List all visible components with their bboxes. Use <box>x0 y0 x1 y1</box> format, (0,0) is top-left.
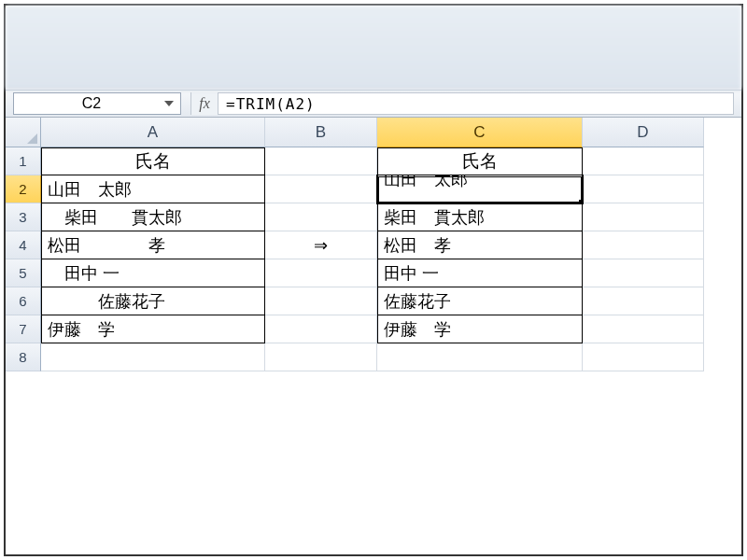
cell-C7[interactable]: 伊藤 学 <box>377 315 583 343</box>
row-header-2[interactable]: 2 <box>6 175 41 203</box>
cell-B2[interactable] <box>265 175 377 203</box>
row-header-8[interactable]: 8 <box>6 343 41 371</box>
row-header-4[interactable]: 4 <box>6 231 41 259</box>
chevron-down-icon[interactable] <box>163 98 175 109</box>
cell-A1[interactable]: 氏名 <box>41 147 265 175</box>
cell-C8[interactable] <box>377 343 583 371</box>
cell-D6[interactable] <box>583 287 704 315</box>
cell-B4[interactable]: ⇒ <box>265 231 377 259</box>
cell-C3[interactable]: 柴田 貫太郎 <box>377 203 583 231</box>
cell-C4[interactable]: 松田 孝 <box>377 231 583 259</box>
cell-C1[interactable]: 氏名 <box>377 147 583 175</box>
row-header-1[interactable]: 1 <box>6 147 41 175</box>
cell-A7[interactable]: 伊藤 学 <box>41 315 265 343</box>
cell-A8[interactable] <box>41 343 265 371</box>
cell-A5[interactable]: 田中 一 <box>41 259 265 287</box>
cell-B7[interactable] <box>265 315 377 343</box>
cell-A4[interactable]: 松田 孝 <box>41 231 265 259</box>
cell-D8[interactable] <box>583 343 704 371</box>
cell-D7[interactable] <box>583 315 704 343</box>
name-box[interactable]: C2 <box>13 92 181 115</box>
row-header-3[interactable]: 3 <box>6 203 41 231</box>
col-header-B[interactable]: B <box>265 118 377 147</box>
fill-handle[interactable] <box>579 200 583 203</box>
formula-input[interactable]: =TRIM(A2) <box>218 92 734 115</box>
row-header-5[interactable]: 5 <box>6 259 41 287</box>
cell-C2[interactable]: 山田 太郎 <box>377 175 583 203</box>
col-header-D[interactable]: D <box>583 118 704 147</box>
cell-C6[interactable]: 佐藤花子 <box>377 287 583 315</box>
cell-D5[interactable] <box>583 259 704 287</box>
formula-bar: C2 fx =TRIM(A2) <box>6 90 741 118</box>
cell-D4[interactable] <box>583 231 704 259</box>
cell-B3[interactable] <box>265 203 377 231</box>
cell-D2[interactable] <box>583 175 704 203</box>
cell-A3[interactable]: 柴田 貫太郎 <box>41 203 265 231</box>
cell-A6[interactable]: 佐藤花子 <box>41 287 265 315</box>
col-header-C[interactable]: C <box>377 118 583 147</box>
cell-B6[interactable] <box>265 287 377 315</box>
cell-A2[interactable]: 山田 太郎 <box>41 175 265 203</box>
cell-B8[interactable] <box>265 343 377 371</box>
ribbon-area <box>6 6 741 90</box>
cell-B5[interactable] <box>265 259 377 287</box>
select-all-corner[interactable] <box>6 118 41 147</box>
cell-B1[interactable] <box>265 147 377 175</box>
col-header-A[interactable]: A <box>41 118 265 147</box>
row-header-6[interactable]: 6 <box>6 287 41 315</box>
cell-D1[interactable] <box>583 147 704 175</box>
fx-icon[interactable]: fx <box>190 92 218 115</box>
name-box-value: C2 <box>20 95 163 112</box>
cell-C5[interactable]: 田中 一 <box>377 259 583 287</box>
row-header-7[interactable]: 7 <box>6 315 41 343</box>
cell-D3[interactable] <box>583 203 704 231</box>
spreadsheet: 1 2 3 4 5 6 7 8 A B C D 氏名 氏名 <box>6 118 741 371</box>
